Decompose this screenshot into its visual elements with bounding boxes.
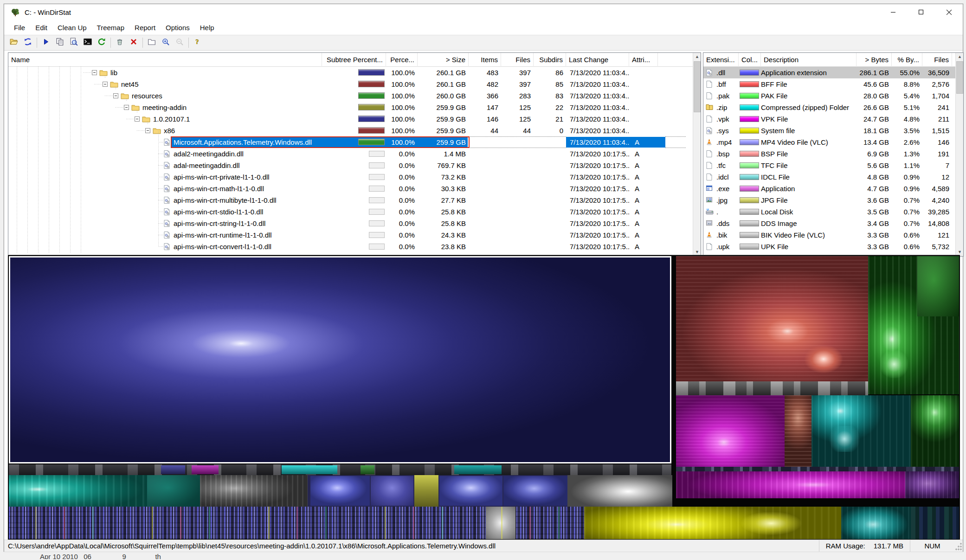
table-row[interactable]: .pakPAK File28.0 GB5.4%1,704 (703, 90, 963, 102)
minimize-button[interactable] (879, 4, 907, 20)
column-header-files[interactable]: Files (922, 53, 952, 67)
expand-collapse-box[interactable] (145, 128, 150, 133)
column-header-by[interactable]: % By... (892, 53, 922, 67)
table-row[interactable]: meeting-addin100.0%259.9 GB147125227/13/… (8, 102, 701, 113)
treemap-violet-band-region[interactable] (905, 471, 959, 498)
scroll-up-icon[interactable]: ▲ (956, 53, 964, 61)
treemap-brown-column-region[interactable] (785, 395, 811, 467)
treemap-selected-dll-cushion[interactable] (9, 256, 671, 463)
command-prompt-button[interactable] (81, 36, 95, 49)
treemap-mini-mosaic-strip[interactable] (676, 467, 959, 471)
table-row[interactable]: .upkUPK File3.3 GB0.6%5,732 (703, 241, 963, 252)
zoom-in-button[interactable] (159, 36, 173, 49)
table-row[interactable]: resources100.0%260.0 GB366283837/13/2020… (8, 90, 701, 102)
cell: 260.1 GB (418, 78, 469, 90)
treemap-mid-gray-region[interactable] (200, 475, 308, 507)
treemap-mid-graywhite-region[interactable] (567, 475, 672, 507)
help-button[interactable]: ? (191, 36, 205, 49)
treemap-right-green-column[interactable] (911, 395, 959, 467)
table-row[interactable]: 1.0.20107.1100.0%259.9 GB146125217/13/20… (8, 113, 701, 125)
close-button[interactable] (935, 4, 963, 20)
table-row[interactable]: .bspBSP File6.9 GB1.3%191 (703, 148, 963, 160)
treemap-magenta-band-region[interactable] (676, 471, 905, 498)
table-row[interactable]: .exeApplication4.7 GB0.9%4,589 (703, 183, 963, 194)
column-header-files[interactable]: Files (501, 53, 534, 67)
delete-button[interactable] (127, 36, 141, 49)
table-row[interactable]: api-ms-win-crt-stdio-l1-1-0.dll0.0%25.8 … (8, 206, 701, 218)
treemap-teal-region[interactable] (811, 395, 911, 467)
expand-collapse-box[interactable] (92, 70, 97, 75)
menu-report[interactable]: Report (129, 22, 161, 33)
table-row[interactable]: net45100.0%260.1 GB482397857/13/2020 11:… (8, 78, 701, 90)
table-row[interactable]: adal-meetingaddin.dll0.0%769.7 KB7/13/20… (8, 160, 701, 171)
column-header-lastchange[interactable]: Last Change (566, 53, 629, 67)
table-row[interactable]: x86100.0%259.9 GB444407/13/2020 11:03:4.… (8, 125, 701, 136)
zoom-out-button[interactable] (173, 36, 187, 49)
table-row[interactable]: Microsoft.Applications.Telemetry.Windows… (8, 136, 701, 148)
resize-grip[interactable] (954, 540, 963, 552)
treemap-gray-strip-region[interactable] (676, 381, 868, 395)
new-folder-button[interactable] (145, 36, 159, 49)
extension-vertical-scrollbar[interactable]: ▲ ▼ (955, 53, 963, 256)
column-header-size[interactable]: > Size (418, 53, 469, 67)
table-row[interactable]: .dllApplication extension286.1 GB55.0%36… (703, 67, 963, 78)
treemap-thin-mosaic-strip[interactable] (9, 464, 671, 475)
table-row[interactable]: adal2-meetingaddin.dll0.0%1.4 MB7/13/202… (8, 148, 701, 160)
maximize-button[interactable] (907, 4, 935, 20)
table-row[interactable]: api-ms-win-crt-convert-l1-1-0.dll0.0%23.… (8, 241, 701, 252)
column-header-name[interactable]: Name (8, 53, 322, 67)
table-row[interactable]: .mp4MP4 Video File (VLC)13.4 GB2.6%146 (703, 136, 963, 148)
column-header-description[interactable]: Description (761, 53, 857, 67)
menu-file[interactable]: File (9, 22, 30, 33)
table-row[interactable]: .tfcTFC File5.6 GB1.1%7 (703, 160, 963, 171)
open-button[interactable] (7, 36, 21, 49)
cell: 23.8 KB (418, 241, 469, 252)
treemap-bottom-teal-region[interactable] (841, 507, 911, 539)
expand-collapse-box[interactable] (103, 82, 108, 87)
column-header-col[interactable]: Col... (739, 53, 761, 67)
column-header-bytes[interactable]: > Bytes (857, 53, 892, 67)
table-row[interactable]: .idclIDCL File4.8 GB0.9%12 (703, 171, 963, 183)
empty-recycle-bin-button[interactable] (113, 36, 127, 49)
column-header-subdirs[interactable]: Subdirs (534, 53, 566, 67)
menu-options[interactable]: Options (161, 22, 195, 33)
table-row[interactable]: api-ms-win-crt-multibyte-l1-1-0.dll0.0%2… (8, 194, 701, 206)
open-in-explorer-button[interactable] (67, 36, 81, 49)
expand-collapse-box[interactable] (113, 93, 118, 98)
treemap-magenta-vpk-region[interactable] (676, 395, 785, 467)
column-header-subtreepercent[interactable]: Subtree Percent... (322, 53, 386, 67)
menu-treemap[interactable]: Treemap (92, 22, 129, 33)
table-row[interactable]: .zipCompressed (zipped) Folder26.6 GB5.1… (703, 102, 963, 113)
table-row[interactable]: api-ms-win-crt-runtime-l1-1-0.dll0.0%24.… (8, 229, 701, 241)
expand-collapse-box[interactable] (135, 116, 140, 122)
table-row[interactable]: .sysSystem file18.1 GB3.5%1,515 (703, 125, 963, 136)
refresh-selected-button[interactable] (95, 36, 109, 49)
menu-help[interactable]: Help (195, 22, 219, 33)
treemap-bottom-dark-right[interactable] (911, 507, 959, 539)
table-row[interactable]: .bffBFF File45.6 GB8.8%2,576 (703, 78, 963, 90)
scroll-thumb[interactable] (694, 61, 701, 112)
table-row[interactable]: .vpkVPK File24.7 GB4.8%211 (703, 113, 963, 125)
menu-clean-up[interactable]: Clean Up (52, 22, 92, 33)
treemap-view[interactable] (8, 255, 960, 540)
column-header-extensi[interactable]: Extensi... (703, 53, 739, 67)
column-header-items[interactable]: Items (469, 53, 501, 67)
refresh-all-button[interactable] (21, 36, 35, 49)
table-row[interactable]: .jpgJPG File3.6 GB0.7%4,240 (703, 194, 963, 206)
menu-edit[interactable]: Edit (30, 22, 52, 33)
table-row[interactable]: api-ms-win-crt-private-l1-1-0.dll0.0%73.… (8, 171, 701, 183)
resume-button[interactable] (39, 36, 53, 49)
column-header-perce[interactable]: Perce... (386, 53, 418, 67)
scroll-up-icon[interactable]: ▲ (693, 53, 701, 61)
table-row[interactable]: api-ms-win-crt-math-l1-1-0.dll0.0%30.3 K… (8, 183, 701, 194)
table-row[interactable]: .Local Disk3.5 GB0.7%39,285 (703, 206, 963, 218)
column-header-attri[interactable]: Attri... (629, 53, 658, 67)
table-row[interactable]: api-ms-win-crt-string-l1-1-0.dll0.0%25.8… (8, 218, 701, 229)
table-row[interactable]: .bikBIK Video File (VLC)3.3 GB0.6%121 (703, 229, 963, 241)
table-row[interactable]: .ddsDDS Image3.4 GB0.7%14,808 (703, 218, 963, 229)
copy-path-button[interactable] (53, 36, 67, 49)
tree-vertical-scrollbar[interactable]: ▲ ▼ (693, 53, 701, 256)
expand-collapse-box[interactable] (124, 105, 129, 110)
table-row[interactable]: lib100.0%260.1 GB483397867/13/2020 11:03… (8, 67, 701, 78)
scroll-thumb[interactable] (956, 61, 963, 94)
